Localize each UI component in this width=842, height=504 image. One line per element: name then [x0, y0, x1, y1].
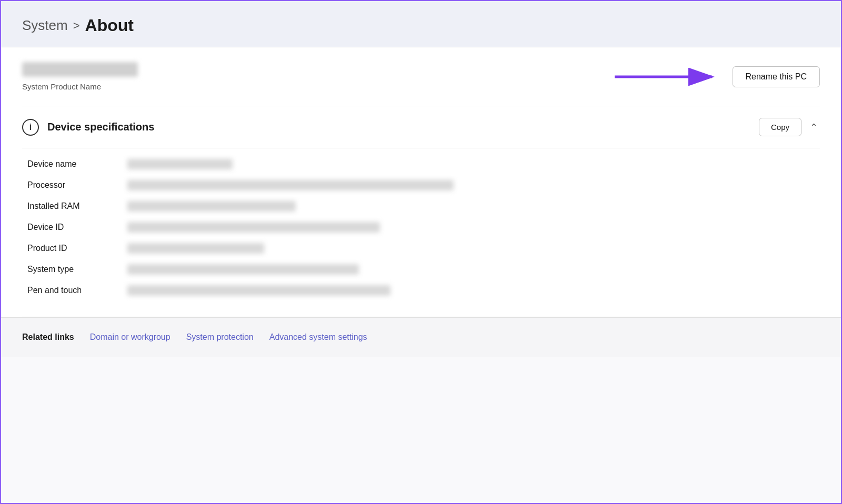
pc-name-blurred-value [22, 62, 138, 77]
spec-label-device-id: Device ID [22, 223, 127, 232]
specs-table: Device name Processor Installed RAM Devi… [22, 148, 820, 317]
spec-row-product-id: Product ID [22, 238, 820, 259]
rename-arrow-icon [615, 66, 720, 87]
spec-value-product-id [127, 243, 264, 254]
main-content: System Product Name Rename this PC [1, 47, 841, 317]
spec-row-processor: Processor [22, 175, 820, 196]
device-specs-left: i Device specifications [22, 119, 154, 136]
rename-pc-button[interactable]: Rename this PC [733, 66, 820, 87]
info-icon: i [22, 119, 39, 136]
spec-row-installed-ram: Installed RAM [22, 196, 820, 217]
spec-label-system-type: System type [22, 265, 127, 274]
pc-name-left: System Product Name [22, 62, 138, 91]
related-link-domain-workgroup[interactable]: Domain or workgroup [90, 332, 171, 342]
page-title: About [85, 16, 134, 35]
pc-name-section: System Product Name Rename this PC [22, 47, 820, 106]
header: System > About [1, 1, 841, 47]
spec-value-system-type [127, 264, 359, 275]
copy-button[interactable]: Copy [759, 118, 801, 136]
device-specs-section: i Device specifications Copy ⌃ Device na… [22, 106, 820, 317]
device-specs-right: Copy ⌃ [759, 118, 820, 136]
pc-name-right: Rename this PC [615, 66, 820, 87]
spec-value-installed-ram [127, 201, 296, 211]
spec-row-device-name: Device name [22, 154, 820, 175]
spec-value-device-name [127, 159, 233, 169]
spec-label-installed-ram: Installed RAM [22, 201, 127, 211]
spec-row-system-type: System type [22, 259, 820, 280]
related-link-advanced-system-settings[interactable]: Advanced system settings [269, 332, 367, 342]
device-specs-header: i Device specifications Copy ⌃ [22, 106, 820, 148]
breadcrumb: System > About [22, 16, 820, 35]
device-specs-title: Device specifications [47, 121, 154, 133]
spec-label-processor: Processor [22, 180, 127, 190]
spec-value-device-id [127, 222, 380, 233]
spec-row-device-id: Device ID [22, 217, 820, 238]
spec-value-processor [127, 180, 454, 190]
spec-label-product-id: Product ID [22, 244, 127, 253]
related-links-label: Related links [22, 332, 74, 342]
spec-row-pen-and-touch: Pen and touch [22, 280, 820, 301]
spec-value-pen-and-touch [127, 285, 390, 296]
breadcrumb-separator: > [73, 19, 80, 33]
related-links-section: Related links Domain or workgroup System… [1, 317, 841, 357]
page-container: System > About System Product Name [1, 1, 841, 503]
arrow-container [615, 66, 720, 87]
related-link-system-protection[interactable]: System protection [186, 332, 254, 342]
breadcrumb-system: System [22, 17, 68, 34]
spec-label-device-name: Device name [22, 159, 127, 169]
pc-name-label: System Product Name [22, 82, 138, 91]
spec-label-pen-and-touch: Pen and touch [22, 286, 127, 295]
chevron-up-icon[interactable]: ⌃ [808, 119, 820, 135]
